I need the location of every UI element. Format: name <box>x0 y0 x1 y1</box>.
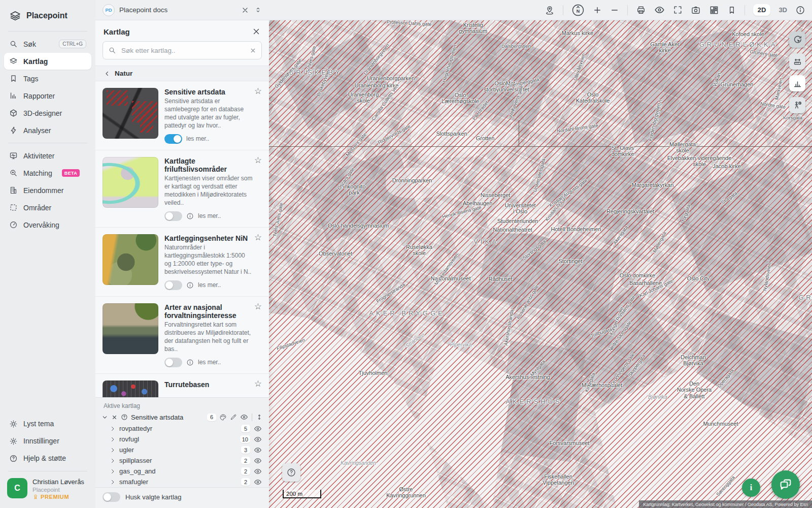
layer-toggle[interactable] <box>164 134 182 144</box>
visibility-icon[interactable] <box>254 467 262 475</box>
layer-thumbnail <box>103 234 158 285</box>
favorite-star-icon[interactable]: ☆ <box>254 233 262 242</box>
clear-search-icon[interactable] <box>250 47 256 54</box>
travel-time-tool-button[interactable] <box>789 97 805 113</box>
sidebar-item-analyser[interactable]: Analyser <box>4 122 91 139</box>
remove-layer-icon[interactable] <box>111 414 118 421</box>
sidebar-item-innstillinger[interactable]: Innstillinger <box>4 433 91 450</box>
close-panel-icon[interactable] <box>252 27 261 36</box>
breadcrumb[interactable]: Natur <box>95 66 269 81</box>
favorite-star-icon[interactable]: ☆ <box>254 302 262 311</box>
svg-text:N: N <box>577 8 580 13</box>
active-layer-row[interactable]: ugler3 <box>95 444 269 455</box>
sidebar-item-matching[interactable]: Matching BETA <box>4 165 91 181</box>
visibility-icon[interactable] <box>254 435 262 443</box>
mode-2d-button[interactable]: 2D <box>753 4 771 16</box>
sidebar-item-3d-designer[interactable]: 3D-designer <box>4 105 91 121</box>
layer-search <box>103 41 262 59</box>
user-profile[interactable]: C Christian Løverås Placepoint PREMIUM <box>0 473 95 508</box>
active-layer-row[interactable]: smafugler2 <box>95 477 269 487</box>
favorite-star-icon[interactable]: ☆ <box>254 87 262 96</box>
sidebar-item-tags[interactable]: Tags <box>4 70 91 87</box>
layer-toggle[interactable] <box>164 280 182 290</box>
select-rotate-tool-button[interactable] <box>789 31 805 48</box>
layer-card[interactable]: ☆ Turrutebasen <box>95 374 269 397</box>
chat-button[interactable] <box>771 470 800 499</box>
chevron-right-icon[interactable] <box>110 458 116 464</box>
close-document-icon[interactable] <box>241 6 249 14</box>
visibility-icon[interactable] <box>240 413 248 421</box>
chevron-right-icon[interactable] <box>110 426 116 432</box>
layer-card[interactable]: ☆ Kartlagte friluftslivsområder Karttjen… <box>95 150 269 228</box>
zoom-out-icon[interactable] <box>610 6 619 15</box>
layer-question-icon[interactable] <box>121 414 128 421</box>
chevron-right-icon[interactable] <box>110 447 116 453</box>
user-org: Placepoint <box>32 487 84 493</box>
locate-pin-icon[interactable] <box>545 5 555 15</box>
layer-card[interactable]: ☆ Arter av nasjonal forvaltningsinteress… <box>95 297 269 374</box>
sidebar-item-hjelp[interactable]: Hjelp & støtte <box>4 450 91 467</box>
sidebar-item-eiendommer[interactable]: Eiendommer <box>4 182 91 199</box>
map-canvas[interactable]: BRISKEBYGRÜNERLØKKAVIKAAKER BRYGGEAKERSH… <box>269 20 812 508</box>
favorite-star-icon[interactable]: ☆ <box>254 156 262 165</box>
info-icon[interactable] <box>186 359 194 366</box>
read-more-link[interactable]: les mer.. <box>198 281 221 289</box>
zoom-in-icon[interactable] <box>593 6 602 15</box>
edit-pencil-icon[interactable] <box>230 414 237 421</box>
map-info-button[interactable]: i <box>742 479 760 497</box>
sidebar-item-rapporter[interactable]: Rapporter <box>4 87 91 104</box>
active-layers-section: Aktive kartlag Sensitive artsdata 6 rovp… <box>95 397 269 487</box>
active-layer-row[interactable]: gas_og_and2 <box>95 466 269 477</box>
sidebar-item-kartlag[interactable]: Kartlag <box>4 53 91 70</box>
layer-toggle[interactable] <box>164 358 182 367</box>
layout-grid-icon[interactable] <box>709 5 719 15</box>
info-icon[interactable] <box>186 212 194 220</box>
visibility-icon[interactable] <box>254 478 262 486</box>
chevron-right-icon[interactable] <box>110 479 116 485</box>
layer-thumbnail <box>103 157 158 208</box>
chevron-right-icon[interactable] <box>110 436 116 442</box>
active-layer-row[interactable]: spillplasser2 <box>95 455 269 466</box>
match-search-icon <box>9 169 18 177</box>
active-layer-parent-row[interactable]: Sensitive artsdata 6 <box>95 412 269 423</box>
favorite-star-icon[interactable]: ☆ <box>254 379 262 388</box>
divider <box>8 143 87 143</box>
remember-layers-toggle[interactable] <box>103 492 120 502</box>
info-icon[interactable] <box>795 5 805 15</box>
palette-icon[interactable] <box>219 414 227 421</box>
measure-tool-button[interactable] <box>789 53 805 70</box>
active-layer-row[interactable]: rovfugl10 <box>95 434 269 444</box>
visibility-icon[interactable] <box>254 457 262 465</box>
mode-3d-button[interactable]: 3D <box>779 6 787 14</box>
visibility-icon[interactable] <box>254 425 262 433</box>
info-icon[interactable] <box>186 281 194 289</box>
print-icon[interactable] <box>636 5 646 15</box>
layer-search-input[interactable] <box>120 46 246 55</box>
sidebar-item-lyst-tema[interactable]: Lyst tema <box>4 416 91 432</box>
layer-card[interactable]: ☆ Kartleggingsenheter NiN Naturområder i… <box>95 228 269 297</box>
read-more-link[interactable]: les mer.. <box>186 135 209 142</box>
chevron-right-icon[interactable] <box>110 468 116 474</box>
chevron-down-icon[interactable] <box>101 414 108 421</box>
bookmark-icon[interactable] <box>727 6 736 15</box>
read-more-link[interactable]: les mer.. <box>198 359 221 366</box>
visibility-icon[interactable] <box>654 5 665 15</box>
compass-icon[interactable]: N <box>571 4 585 17</box>
screenshot-camera-icon[interactable] <box>691 5 701 15</box>
chart-tool-button[interactable] <box>789 75 805 91</box>
map-help-button[interactable] <box>282 463 300 482</box>
layer-toggle[interactable] <box>164 211 182 221</box>
layers-icon <box>9 57 18 66</box>
layer-card[interactable]: ☆ Sensitive artsdata Sensitive artsdata … <box>95 81 269 150</box>
sidebar-item-aktiviteter[interactable]: Aktiviteter <box>4 147 91 164</box>
document-tab[interactable]: PD Placepoint docs <box>95 4 269 16</box>
sidebar-item-sok[interactable]: Søk CTRL+G <box>4 36 91 52</box>
sidebar-item-overvaking[interactable]: Overvåking <box>4 216 91 233</box>
active-layer-row[interactable]: rovpattedyr5 <box>95 423 269 434</box>
document-switcher-icon[interactable] <box>254 6 262 14</box>
read-more-link[interactable]: les mer.. <box>198 212 221 219</box>
visibility-icon[interactable] <box>254 446 262 454</box>
sidebar-item-omrader[interactable]: Områder <box>4 199 91 216</box>
fullscreen-icon[interactable] <box>673 5 683 15</box>
reorder-updown-icon[interactable] <box>256 414 263 421</box>
